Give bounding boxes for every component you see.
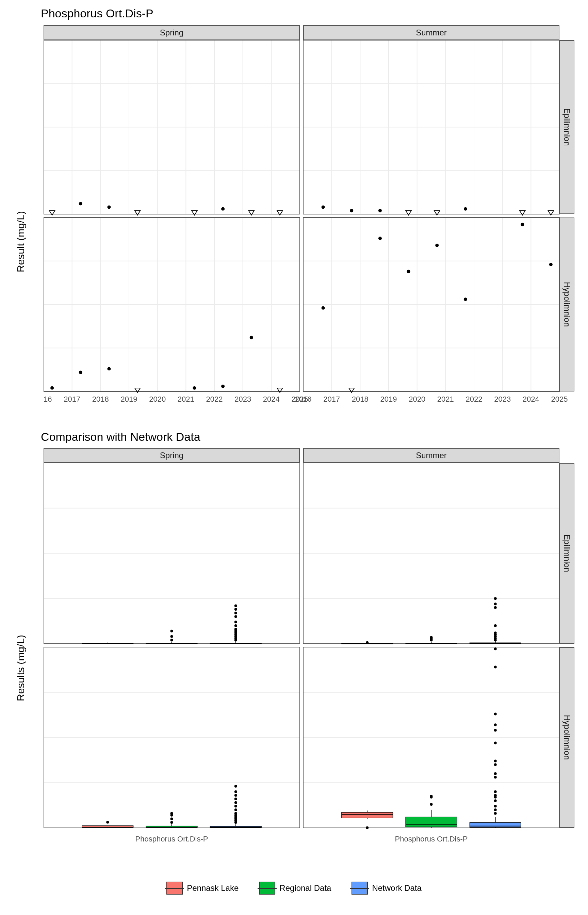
legend-item-regional: Regional Data (259, 882, 331, 895)
svg-point-227 (234, 808, 237, 811)
svg-point-273 (494, 666, 497, 668)
svg-text:2023: 2023 (494, 395, 511, 403)
facet-strip-row: Hypolimnion (559, 218, 574, 391)
svg-point-80 (107, 367, 111, 371)
svg-point-82 (221, 385, 225, 388)
svg-point-157 (234, 604, 237, 607)
svg-point-114 (435, 244, 439, 247)
svg-point-81 (192, 386, 196, 390)
facet-strip-col: Spring (44, 448, 300, 463)
svg-text:2021: 2021 (437, 395, 454, 403)
svg-point-253 (430, 795, 433, 797)
svg-point-214 (170, 817, 173, 820)
facet-strip-row: Epilimnion (559, 463, 574, 644)
svg-text:2016: 2016 (44, 395, 52, 403)
svg-point-272 (494, 713, 497, 715)
svg-point-169 (366, 641, 368, 644)
svg-point-23 (107, 205, 111, 209)
facet-strip-row: Hypolimnion (559, 647, 574, 828)
svg-point-260 (494, 805, 497, 807)
svg-point-270 (494, 729, 497, 732)
svg-point-226 (234, 812, 237, 815)
legend-item-pennask: Pennask Lake (166, 882, 239, 895)
svg-point-231 (234, 794, 237, 797)
svg-point-152 (234, 624, 237, 627)
legend-label: Pennask Lake (187, 883, 239, 893)
svg-text:2025: 2025 (551, 395, 568, 403)
svg-text:2019: 2019 (121, 395, 137, 403)
svg-point-83 (250, 336, 253, 339)
svg-point-43 (350, 209, 353, 212)
svg-text:2020: 2020 (409, 395, 425, 403)
svg-text:2017: 2017 (323, 395, 340, 403)
svg-point-267 (494, 763, 497, 766)
svg-text:2018: 2018 (352, 395, 368, 403)
svg-point-153 (234, 621, 237, 623)
svg-point-140 (170, 630, 173, 632)
svg-point-271 (494, 723, 497, 726)
svg-point-266 (494, 773, 497, 775)
svg-text:Phosphorus Ort.Dis-P: Phosphorus Ort.Dis-P (395, 835, 468, 843)
svg-text:2017: 2017 (64, 395, 80, 403)
svg-point-208 (106, 821, 109, 824)
legend-swatch-icon (259, 882, 275, 895)
svg-point-230 (234, 797, 237, 800)
svg-rect-256 (470, 823, 521, 827)
svg-point-151 (234, 628, 237, 631)
svg-point-259 (494, 808, 497, 811)
svg-point-45 (464, 207, 467, 211)
legend-swatch-icon (166, 882, 183, 895)
svg-point-138 (170, 639, 173, 641)
svg-point-258 (494, 812, 497, 815)
svg-point-111 (321, 306, 325, 310)
svg-text:2021: 2021 (178, 395, 194, 403)
svg-point-269 (494, 741, 497, 744)
svg-text:2024: 2024 (263, 395, 280, 403)
svg-point-115 (464, 297, 467, 301)
svg-point-190 (494, 597, 497, 600)
svg-point-264 (494, 791, 497, 793)
svg-text:2016: 2016 (295, 395, 312, 403)
svg-point-189 (494, 603, 497, 605)
svg-point-228 (234, 805, 237, 807)
svg-point-116 (521, 223, 524, 226)
svg-point-139 (170, 635, 173, 638)
svg-point-156 (234, 608, 237, 611)
svg-point-22 (79, 202, 82, 205)
svg-text:2019: 2019 (380, 395, 397, 403)
svg-text:2024: 2024 (523, 395, 540, 403)
svg-rect-244 (342, 812, 393, 818)
svg-point-155 (234, 612, 237, 614)
svg-point-112 (378, 237, 382, 240)
svg-rect-249 (405, 817, 457, 827)
svg-point-42 (321, 205, 325, 209)
svg-point-188 (494, 606, 497, 609)
svg-point-78 (50, 386, 54, 390)
svg-point-263 (494, 794, 497, 797)
legend-item-network: Network Data (352, 882, 421, 895)
svg-point-216 (170, 812, 173, 815)
svg-point-113 (407, 270, 410, 273)
legend-swatch-icon (352, 882, 368, 895)
legend-label: Regional Data (279, 883, 331, 893)
svg-point-246 (366, 826, 368, 829)
chart1-title: Phosphorus Ort.Dis-P (41, 7, 153, 20)
svg-point-154 (234, 615, 237, 618)
svg-point-232 (234, 791, 237, 793)
chart1: 0.0000.0250.0500.0750.100201620172018201… (44, 25, 574, 412)
svg-point-261 (494, 799, 497, 802)
chart1-ylabel: Result (mg/L) (15, 211, 27, 272)
svg-point-251 (430, 803, 433, 806)
legend-label: Network Data (372, 883, 421, 893)
svg-point-229 (234, 801, 237, 804)
svg-point-265 (494, 776, 497, 779)
svg-point-79 (79, 371, 82, 374)
svg-text:2022: 2022 (466, 395, 483, 403)
svg-point-274 (494, 647, 497, 650)
svg-text:Phosphorus Ort.Dis-P: Phosphorus Ort.Dis-P (136, 835, 208, 843)
svg-point-213 (170, 821, 173, 824)
svg-point-233 (234, 785, 237, 788)
facet-strip-col: Summer (303, 25, 559, 40)
svg-text:2022: 2022 (206, 395, 223, 403)
svg-text:2018: 2018 (92, 395, 109, 403)
